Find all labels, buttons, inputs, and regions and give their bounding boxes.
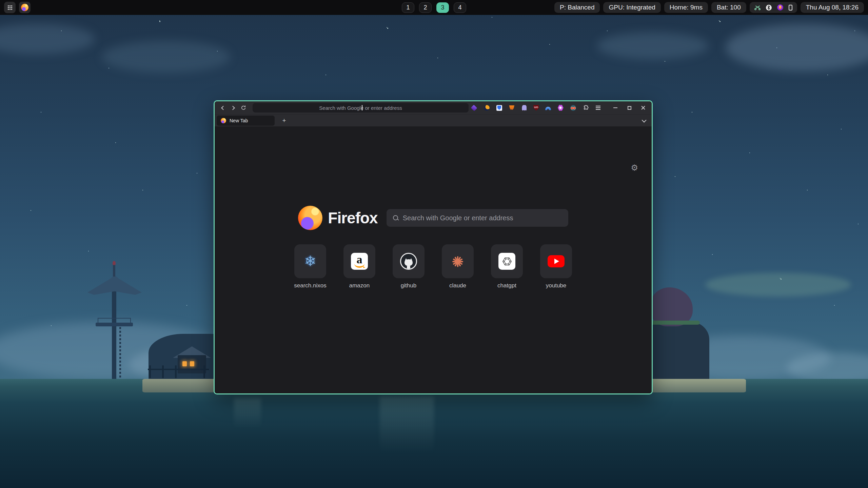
reload-icon	[241, 105, 246, 110]
close-icon	[641, 105, 646, 110]
beach-fence-post	[162, 365, 164, 378]
browser-toolbar: Search with Google or enter address UO	[215, 101, 652, 114]
shortcut-github[interactable]: github	[393, 244, 425, 289]
beach-sand	[142, 379, 224, 392]
clock: Thu Aug 08, 18:26	[801, 2, 864, 13]
firefox-launcher-button[interactable]	[19, 2, 31, 13]
minimize-button[interactable]	[611, 103, 620, 112]
statusbar-right: P: Balanced GPU: Integrated Home: 9ms Ba…	[554, 2, 864, 13]
bitwarden-shield-icon[interactable]	[496, 104, 502, 111]
tile-box	[491, 244, 523, 278]
vpn-arc-icon[interactable]	[545, 104, 551, 111]
flame-glyph	[779, 5, 782, 9]
ocean	[0, 379, 868, 488]
cloud	[0, 24, 95, 54]
tile-box: ❄	[294, 244, 326, 278]
tile-box	[442, 244, 474, 278]
beach-fence-post	[175, 365, 177, 378]
gpu-indicator: GPU: Integrated	[603, 2, 660, 13]
watchtower-pole	[112, 291, 116, 379]
beach-fence-rail	[148, 369, 209, 370]
list-all-tabs-chevron[interactable]	[642, 118, 647, 122]
newtab-search-placeholder: Search with Google or enter address	[403, 214, 513, 222]
bluetooth-icon[interactable]	[766, 5, 772, 11]
hut-window-glow	[182, 361, 187, 366]
new-tab-button[interactable]: +	[279, 116, 289, 125]
beach-fence-post	[149, 365, 151, 378]
text-cursor	[362, 105, 362, 110]
newtab-settings-gear-icon[interactable]: ⚙	[631, 164, 638, 172]
firefox-wordmark: Firefox	[328, 209, 377, 227]
menu-hamburger-icon[interactable]	[595, 104, 601, 111]
phone-icon[interactable]	[789, 5, 792, 11]
water-reflection	[380, 396, 434, 454]
shortcut-amazon[interactable]: a amazon	[343, 244, 375, 289]
shortcut-youtube[interactable]: youtube	[540, 244, 572, 289]
ublock-label: UO	[534, 106, 538, 109]
reload-button[interactable]	[239, 103, 248, 112]
system-tray	[750, 2, 797, 13]
maximize-icon	[628, 106, 631, 110]
obsidian-diamond-icon[interactable]	[471, 104, 477, 111]
workspace-button-2[interactable]: 2	[419, 2, 432, 13]
status-bar: 1 2 3 4 P: Balanced GPU: Integrated Home…	[0, 0, 868, 15]
youtube-play-icon	[548, 255, 565, 267]
extensions-puzzle-icon[interactable]	[582, 104, 589, 111]
firefox-icon	[21, 4, 28, 11]
github-octocat-icon	[400, 253, 417, 270]
maximize-button[interactable]	[625, 103, 634, 112]
shortcut-claude[interactable]: claude	[442, 244, 474, 289]
watchtower-finial	[113, 261, 116, 265]
close-button[interactable]	[639, 103, 648, 112]
hut-window-glow	[190, 361, 194, 366]
app-launcher-button[interactable]	[4, 2, 16, 13]
ublock-origin-icon[interactable]: UO	[533, 105, 539, 111]
goggles-face-icon[interactable]	[570, 104, 576, 111]
extension-toolbar: UO	[471, 104, 601, 111]
ghostery-ghost-icon[interactable]	[521, 104, 528, 111]
shortcut-search-nixos[interactable]: ❄ search.nixos	[294, 244, 326, 289]
workspace-button-3-active[interactable]: 3	[436, 2, 449, 13]
cloud	[726, 24, 868, 71]
newtab-search-input[interactable]: Search with Google or enter address	[387, 209, 568, 227]
battery-indicator: Bat: 100	[711, 2, 746, 13]
tile-label: github	[401, 282, 416, 289]
amazon-icon: a	[351, 253, 368, 270]
watchtower-platform	[96, 323, 133, 326]
right-cliff	[648, 322, 709, 379]
dark-reader-icon[interactable]	[483, 104, 490, 111]
app-grid-icon	[8, 5, 9, 6]
tile-box	[393, 244, 425, 278]
statusbar-left	[4, 2, 31, 13]
workspace-button-4[interactable]: 4	[454, 2, 466, 13]
tab-title: New Tab	[230, 118, 248, 123]
power-profile-indicator: P: Balanced	[554, 2, 600, 13]
beach-sand	[644, 379, 746, 392]
tile-label: claude	[449, 282, 466, 289]
shortcut-tiles: ❄ search.nixos a amazon	[215, 244, 652, 289]
window-controls	[611, 103, 648, 112]
tab-new-tab[interactable]: New Tab	[217, 116, 275, 126]
workspace-button-1[interactable]: 1	[402, 2, 414, 13]
metamask-fox-icon[interactable]	[508, 104, 515, 111]
watchtower-spire	[113, 264, 115, 277]
network-latency-indicator: Home: 9ms	[664, 2, 708, 13]
search-icon	[393, 215, 399, 221]
tile-box	[540, 244, 572, 278]
flame-icon[interactable]	[777, 4, 783, 11]
tile-box: a	[343, 244, 375, 278]
cloud	[102, 41, 231, 73]
scissors-icon[interactable]	[754, 5, 761, 10]
back-button[interactable]	[219, 103, 227, 112]
address-bar[interactable]: Search with Google or enter address	[253, 103, 469, 113]
shortcut-chatgpt[interactable]: chatgpt	[491, 244, 523, 289]
forward-button[interactable]	[229, 103, 238, 112]
right-cliff-grass	[649, 321, 700, 325]
back-icon	[221, 106, 225, 110]
claude-starburst-icon	[450, 254, 465, 269]
new-tab-page: ⚙ Firefox Search with Google or enter ad…	[215, 126, 652, 394]
tile-label: chatgpt	[497, 282, 516, 289]
hex-asterisk-icon[interactable]	[557, 104, 564, 111]
tile-label: search.nixos	[294, 282, 326, 289]
water-reflection	[234, 398, 261, 429]
